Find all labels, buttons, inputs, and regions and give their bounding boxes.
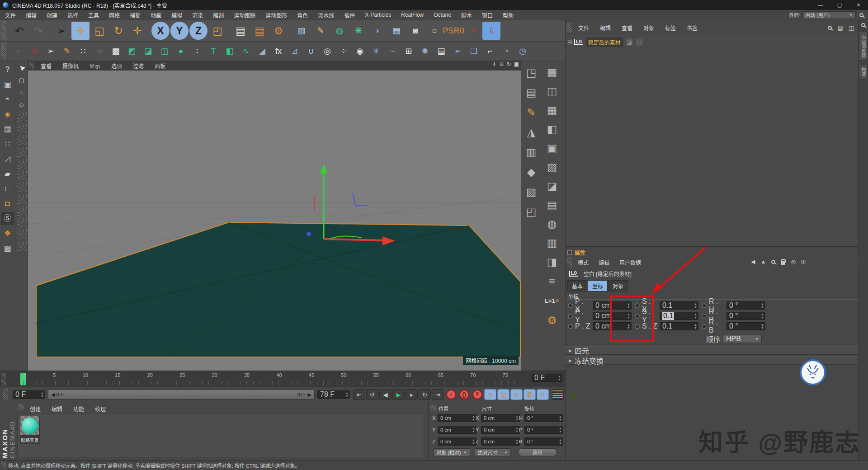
tool-pick-icon[interactable]: ➢: [43, 43, 58, 59]
dock-search-icon[interactable]: [861, 23, 865, 27]
attr-menu-item[interactable]: 用户数据: [614, 258, 646, 266]
rh-key-radio[interactable]: [702, 303, 707, 308]
shelf-rows2-icon[interactable]: ▤: [542, 196, 561, 214]
tool-stack-icon[interactable]: ▤: [434, 43, 449, 59]
viewport-menu-item[interactable]: 摄像机: [57, 62, 84, 70]
om-menu-item[interactable]: 书签: [681, 24, 703, 32]
attr-back-icon[interactable]: ◀: [751, 258, 755, 265]
viewport-menu-item[interactable]: 面板: [149, 62, 171, 70]
play-button[interactable]: ▶: [392, 389, 405, 400]
coord-system-icon[interactable]: ◰: [208, 22, 226, 40]
add-light-icon[interactable]: ○: [425, 22, 443, 40]
tool-python-icon[interactable]: ~: [385, 43, 400, 59]
tool-sculpt-pen-icon[interactable]: ✎: [59, 43, 75, 59]
toolbar-handle[interactable]: [1, 42, 6, 60]
shelf-corner2-icon[interactable]: ◪: [542, 177, 561, 195]
workplane-level-icon[interactable]: L=1⚙: [542, 291, 561, 310]
quaternion-fold[interactable]: ▶四元: [565, 346, 858, 355]
rh-field[interactable]: 0 °▲▼: [726, 301, 765, 310]
material-menu-item[interactable]: 纹理: [90, 405, 111, 413]
dock-tab[interactable]: 内容浏览器: [859, 32, 868, 61]
tool-cup-icon[interactable]: ∪: [303, 43, 319, 59]
pos-y-field[interactable]: 0 cm▲▼: [438, 426, 476, 434]
add-deformer-icon[interactable]: ◗: [368, 22, 387, 40]
snap-icon[interactable]: Ⓢ: [1, 212, 14, 225]
rp-field[interactable]: 0 °▲▼: [726, 312, 765, 320]
add-mograph-icon[interactable]: ❋: [349, 22, 368, 40]
shelf-boxed-icon[interactable]: ▣: [542, 139, 561, 157]
help-icon[interactable]: ?: [1, 63, 14, 76]
lock-z-icon[interactable]: Z: [189, 22, 208, 40]
viewport-canvas[interactable]: [28, 70, 521, 371]
menu-item[interactable]: 雕刻: [208, 10, 229, 20]
edge-mode-icon[interactable]: ◿: [1, 152, 14, 165]
shelf-half2-icon[interactable]: ◨: [542, 253, 561, 271]
tool-chart-icon[interactable]: ⊿: [287, 43, 302, 59]
menu-item[interactable]: 文件: [0, 10, 21, 20]
tag-dots-icon[interactable]: ∷: [636, 38, 643, 46]
rot-h-field[interactable]: 0 °▲▼: [524, 414, 563, 422]
vp-zoom-icon[interactable]: ⊙: [500, 61, 504, 67]
live-selection-icon[interactable]: ➢: [52, 22, 71, 40]
tool-arrow-cubes-icon[interactable]: ➢: [450, 43, 465, 59]
tool-text-icon[interactable]: T: [206, 43, 221, 59]
interface-search-icon[interactable]: [859, 13, 863, 17]
add-cube-icon[interactable]: ▧: [292, 22, 311, 40]
om-menu-handle[interactable]: [566, 23, 572, 33]
tool-swirl-icon[interactable]: ∿: [238, 43, 254, 59]
om-menu-item[interactable]: 对象: [638, 24, 660, 32]
tool-network-icon[interactable]: ✺: [417, 43, 433, 59]
shelf-ring-icon[interactable]: ◍: [542, 215, 561, 233]
menu-item[interactable]: 窗口: [477, 10, 498, 20]
attr-menu-handle[interactable]: [566, 257, 572, 267]
record-keyframe-button[interactable]: ∕: [445, 389, 457, 400]
ruler-frame-field[interactable]: 0 F▲▼: [532, 374, 562, 382]
tool-cube-tools-icon[interactable]: ⊞: [401, 43, 416, 59]
menu-item[interactable]: 渲染: [187, 10, 208, 20]
menu-item[interactable]: 帮助: [498, 10, 519, 20]
tab-object[interactable]: 对象: [608, 280, 628, 291]
ruler-handle[interactable]: [1, 373, 6, 386]
tag-display-icon[interactable]: ◪: [626, 38, 633, 46]
rp-key-radio[interactable]: [702, 314, 707, 319]
timeline-slider[interactable]: ◀ 0 F 78 F ▶: [48, 390, 315, 400]
tool-points-icon[interactable]: ∷: [75, 43, 91, 59]
add-subdivision-icon[interactable]: ◍: [330, 22, 349, 40]
shelf-hatch-icon[interactable]: ▧: [522, 183, 541, 202]
material-thumbnail[interactable]: [20, 416, 40, 436]
menu-item[interactable]: RealFlow: [396, 10, 429, 20]
viewport-menu-item[interactable]: 查看: [35, 62, 57, 70]
timeline-ruler[interactable]: 051015202530354045505560657075 0 F▲▼: [0, 371, 565, 387]
tool-edge-cube-icon[interactable]: ◪: [141, 43, 156, 59]
menu-item[interactable]: Octane: [429, 10, 456, 20]
shelf-corner-icon[interactable]: ◰: [522, 202, 541, 221]
menu-item[interactable]: 运动图形: [260, 10, 292, 20]
attr-new-icon[interactable]: ⊞: [801, 258, 806, 265]
key-parameter-toggle[interactable]: Ⓟ: [524, 389, 536, 400]
render-view-icon[interactable]: ▤: [231, 22, 250, 40]
add-floor-icon[interactable]: ▦: [387, 22, 406, 40]
tool-spline-cube-icon[interactable]: ◧: [222, 43, 237, 59]
attr-lock-icon[interactable]: [781, 261, 785, 265]
shelf-split-icon[interactable]: ◫: [542, 82, 561, 100]
menu-item[interactable]: 运动跟踪: [229, 10, 260, 20]
tool-poly-sphere-icon[interactable]: ●: [173, 43, 189, 59]
key-rotation-toggle[interactable]: ↻: [510, 389, 523, 400]
workplane-lock-icon[interactable]: ▩: [1, 242, 14, 255]
expand-icon[interactable]: ⊞: [567, 39, 572, 46]
vp-rotate-icon[interactable]: ↻: [507, 61, 511, 67]
render-settings-icon[interactable]: ⚙: [269, 22, 288, 40]
live-select-icon[interactable]: ▶: [14, 61, 29, 75]
lock-x-icon[interactable]: X: [151, 22, 170, 40]
viewport[interactable]: 查看摄像机显示选项过滤面板 ✛⊙↻▣ 透视视图 网格间距 :: [28, 61, 521, 371]
lasso-select-icon[interactable]: ◌: [16, 87, 27, 98]
points-mode-icon[interactable]: ∷: [1, 137, 14, 150]
shelf-grid2-icon[interactable]: ▦: [542, 101, 561, 119]
workplane-mode-icon[interactable]: ▦: [1, 122, 14, 136]
shelf-half-icon[interactable]: ◧: [542, 120, 561, 138]
pz-key-radio[interactable]: [568, 324, 573, 329]
size-y-field[interactable]: 0 cm▲▼: [481, 426, 520, 434]
object-row[interactable]: ⊞ L0 稳定后的素材 ◪ ∷: [567, 37, 859, 47]
attr-search-icon[interactable]: [771, 260, 775, 264]
minimize-button[interactable]: —: [811, 0, 830, 9]
